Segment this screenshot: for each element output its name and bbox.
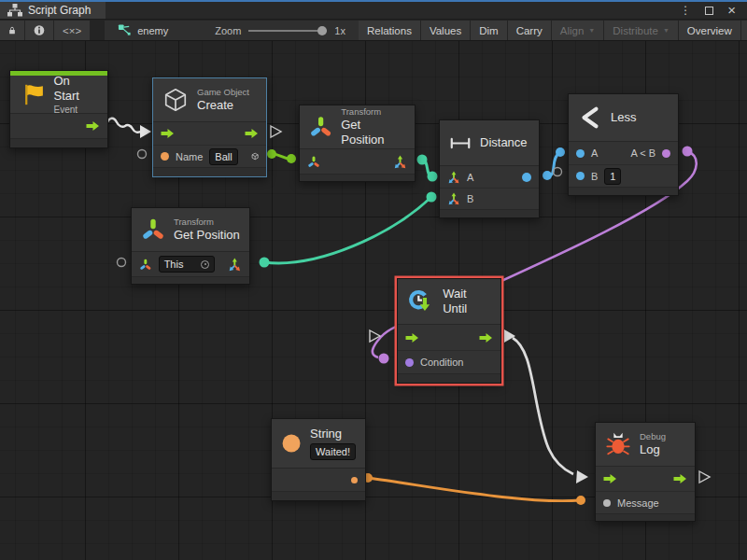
wire-wait-until-to-log[interactable]: [513, 338, 573, 474]
distribute-button[interactable]: Distribute ▼: [604, 21, 678, 40]
flow-output-port[interactable]: [245, 128, 259, 139]
script-graph-asset-icon: [118, 23, 132, 37]
this-target-field[interactable]: This: [159, 256, 216, 273]
toolbar-middle-segment: enemy Zoom 1x: [105, 21, 359, 40]
vector3-output-port[interactable]: [393, 155, 407, 169]
port-label: Condition: [420, 357, 463, 368]
tab-bar: Script Graph ⋮ ×: [0, 2, 747, 20]
node-get-position-top[interactable]: Transform Get Position: [299, 105, 416, 182]
string-output-port[interactable]: [351, 477, 358, 483]
node-game-object-create[interactable]: Game Object Create Name Ball: [152, 77, 267, 177]
lock-icon: [8, 23, 16, 37]
node-wait-until[interactable]: Wait Until Condition: [397, 278, 501, 384]
condition-input-port[interactable]: [405, 358, 414, 367]
zoom-value: 1x: [334, 25, 345, 36]
unconnected-value-port-create-name[interactable]: [138, 150, 147, 159]
zoom-slider[interactable]: [248, 30, 327, 32]
code-preview-button[interactable]: <×>: [54, 21, 90, 40]
inspect-button[interactable]: [25, 21, 53, 40]
node-title: Log: [640, 442, 666, 457]
zoom-slider-knob[interactable]: [317, 26, 327, 35]
vector3-input-port-a[interactable]: [447, 171, 460, 184]
transform-input-port[interactable]: [307, 156, 320, 168]
name-value-field[interactable]: Ball: [209, 148, 237, 165]
b-value-field[interactable]: 1: [604, 168, 621, 185]
node-debug-log[interactable]: Debug Log Message: [595, 422, 696, 522]
align-button[interactable]: Align ▼: [552, 21, 604, 40]
node-footer: [300, 174, 415, 181]
node-title: Wait Until: [443, 287, 491, 316]
node-footer: [272, 491, 365, 500]
debug-bug-icon: [605, 431, 631, 457]
flow-output-port[interactable]: [86, 120, 100, 132]
window-controls: ⋮ ×: [680, 2, 747, 19]
maximize-icon[interactable]: [705, 7, 713, 15]
unconnected-value-port-less-b[interactable]: [554, 168, 562, 176]
zoom-label: Zoom: [215, 25, 241, 36]
node-footer: [596, 513, 695, 521]
relations-button[interactable]: Relations: [359, 21, 420, 40]
flow-output-port[interactable]: [673, 473, 687, 484]
unconnected-flow-port-create-exit[interactable]: [271, 126, 281, 137]
result-output-port[interactable]: [662, 149, 670, 158]
output-label: A < B: [630, 147, 655, 159]
node-title: Get Position: [341, 118, 405, 147]
unconnected-flow-port-log-exit[interactable]: [699, 471, 710, 483]
result-output-port[interactable]: [522, 173, 531, 182]
flow-input-port[interactable]: [161, 128, 175, 139]
toolbar-right-group: Relations Values Dim Carry Align ▼ Distr…: [359, 21, 747, 40]
wire-string-to-log-message[interactable]: [368, 478, 581, 501]
node-title: Get Position: [174, 228, 240, 243]
input-port-a[interactable]: [576, 149, 585, 158]
tab-script-graph[interactable]: Script Graph: [0, 2, 106, 19]
node-footer: [132, 276, 249, 284]
breadcrumb[interactable]: enemy: [118, 23, 168, 37]
node-less[interactable]: Less A A < B B 1: [568, 93, 679, 196]
node-get-position-bottom[interactable]: Transform Get Position This: [131, 207, 250, 285]
node-title: Less: [611, 110, 636, 125]
flow-input-port[interactable]: [603, 473, 617, 484]
transform-input-port[interactable]: [139, 259, 152, 271]
input-port-b[interactable]: [576, 172, 585, 180]
node-footer: [569, 187, 678, 195]
node-on-start-event[interactable]: On Start Event: [9, 70, 108, 148]
carry-button[interactable]: Carry: [508, 21, 551, 40]
flow-input-port[interactable]: [405, 332, 419, 343]
window-menu-icon[interactable]: ⋮: [680, 4, 691, 17]
full-screen-button[interactable]: Full Screen: [741, 21, 747, 40]
overview-button[interactable]: Overview: [679, 21, 740, 40]
wire-get-position-to-distance-b[interactable]: [264, 197, 431, 263]
breadcrumb-label: enemy: [137, 25, 168, 36]
lock-button[interactable]: [0, 21, 24, 40]
flow-output-port[interactable]: [479, 332, 493, 343]
vector3-input-port-b[interactable]: [447, 192, 460, 205]
dim-button[interactable]: Dim: [471, 21, 506, 40]
name-input-port[interactable]: [161, 152, 169, 161]
unconnected-value-port-get-position-this[interactable]: [118, 259, 126, 267]
distance-icon: [449, 136, 472, 150]
cube-icon: [162, 87, 189, 113]
flag-icon: [20, 82, 45, 106]
values-button[interactable]: Values: [421, 21, 470, 40]
game-object-output-port[interactable]: [251, 149, 259, 163]
object-picker-icon[interactable]: [201, 260, 209, 269]
string-value-field[interactable]: Waited!: [310, 443, 356, 460]
node-footer: [10, 138, 107, 147]
port-label: B: [591, 171, 598, 182]
wait-timer-icon: [407, 287, 434, 316]
vector3-output-port[interactable]: [228, 258, 242, 272]
node-string-literal[interactable]: String Waited!: [271, 418, 366, 501]
info-icon: [34, 24, 45, 36]
chevron-down-icon: ▼: [588, 27, 595, 34]
node-distance[interactable]: Distance A: [439, 119, 540, 218]
node-title: Distance: [480, 135, 528, 150]
graph-canvas[interactable]: On Start Event Game Object: [0, 41, 747, 560]
message-input-port[interactable]: [603, 499, 611, 507]
node-category: Transform: [341, 106, 405, 118]
close-icon[interactable]: ×: [727, 6, 736, 15]
wire-on-start-to-create[interactable]: [106, 119, 142, 133]
transform-icon: [141, 218, 165, 241]
string-type-icon: [281, 430, 302, 456]
node-title: String: [310, 427, 356, 441]
wire-arrowhead: [140, 125, 151, 138]
